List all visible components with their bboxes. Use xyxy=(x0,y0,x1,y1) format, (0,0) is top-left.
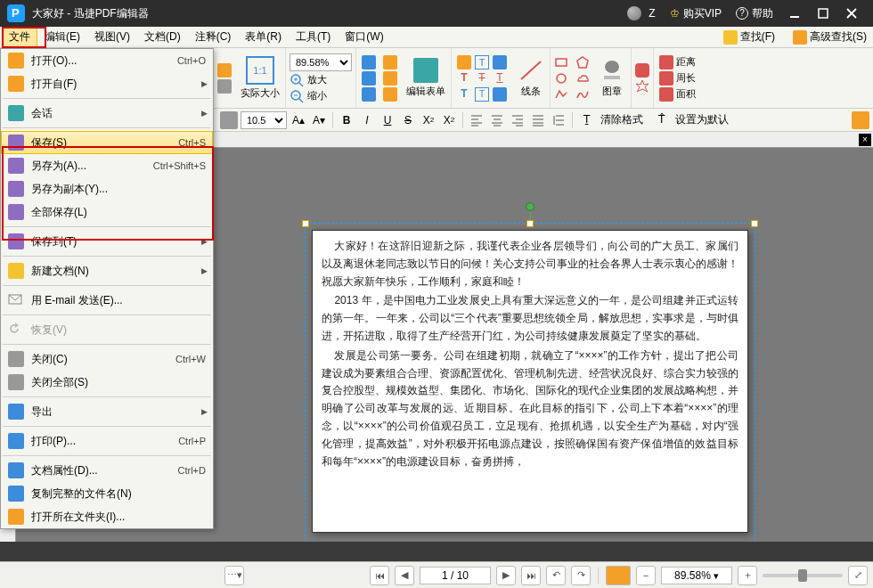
stamp-group[interactable]: 图章 xyxy=(593,48,632,108)
T-red-icon[interactable]: T xyxy=(457,71,471,86)
handle-ne[interactable] xyxy=(751,220,758,227)
zoom-slider[interactable] xyxy=(763,574,843,577)
menu-tools[interactable]: 工具(T) xyxy=(289,27,338,47)
minimize-button[interactable] xyxy=(780,4,809,23)
zoom-thumb[interactable] xyxy=(798,569,807,582)
font-inc-icon[interactable]: A▴ xyxy=(290,111,307,129)
underline-icon[interactable]: U xyxy=(379,111,396,129)
text-tool-icon[interactable] xyxy=(457,55,471,69)
page-icon-2[interactable] xyxy=(362,71,376,86)
first-page-button[interactable]: ⏮ xyxy=(370,566,389,585)
font-size-combo[interactable]: 10.5 xyxy=(241,111,287,129)
freehand-icon[interactable] xyxy=(575,87,590,102)
menu-close-all[interactable]: 关闭全部(S) xyxy=(1,371,213,394)
palette-icon[interactable] xyxy=(852,111,869,129)
menu-export[interactable]: 导出▶ xyxy=(1,400,213,423)
prev-page-button[interactable]: ◀ xyxy=(395,566,414,585)
burst-icon[interactable] xyxy=(635,79,649,94)
zoom-in-button[interactable]: ＋ xyxy=(738,566,757,585)
menu-copy-name[interactable]: 复制完整的文件名(N) xyxy=(1,482,213,505)
rect-icon[interactable] xyxy=(554,55,568,69)
layout-icon-1[interactable] xyxy=(383,55,397,69)
page-indicator[interactable]: 1 / 10 xyxy=(420,567,491,584)
zoom-in-icon[interactable] xyxy=(290,73,304,87)
menu-save-copy[interactable]: 另存为副本(Y)... xyxy=(1,177,213,200)
options-button[interactable]: ⋯▾ xyxy=(224,566,244,585)
bold-icon[interactable]: B xyxy=(338,111,355,129)
nav-fwd-button[interactable]: ↷ xyxy=(571,566,591,585)
help-button[interactable]: ? 帮助 xyxy=(736,6,773,21)
align-justify-icon[interactable] xyxy=(529,111,547,129)
zoom-value[interactable]: 89.58% ▾ xyxy=(661,567,732,584)
T-blue-icon[interactable]: T xyxy=(457,87,471,102)
layout-icon-3[interactable] xyxy=(383,87,397,102)
close-button[interactable] xyxy=(837,4,866,23)
last-page-button[interactable]: ⏭ xyxy=(521,566,541,585)
line-spacing-icon[interactable] xyxy=(550,111,567,129)
menu-props[interactable]: 文档属性(D)...Ctrl+D xyxy=(1,459,213,482)
menu-new-doc[interactable]: 新建文档(N)▶ xyxy=(1,259,213,282)
maximize-button[interactable] xyxy=(809,4,837,23)
zoom-out-icon[interactable] xyxy=(290,89,304,103)
menu-save-as[interactable]: 另存为(A)...Ctrl+Shift+S xyxy=(1,154,213,177)
menu-save-to[interactable]: 保存到(T)▶ xyxy=(1,230,213,253)
handle-nw[interactable] xyxy=(302,220,309,227)
italic-icon[interactable]: I xyxy=(358,111,376,129)
style-icon[interactable] xyxy=(220,111,238,129)
superscript-icon[interactable]: X2 xyxy=(440,111,458,129)
menu-close[interactable]: 关闭(C)Ctrl+W xyxy=(1,347,213,371)
polyline-icon[interactable] xyxy=(554,87,568,102)
clear-format-button[interactable]: Ṯ清除格式 xyxy=(577,110,649,129)
page-icon-1[interactable] xyxy=(362,55,376,69)
next-page-button[interactable]: ▶ xyxy=(496,566,516,585)
align-center-icon[interactable] xyxy=(488,111,506,129)
page[interactable]: 大家好！在这辞旧迎新之际，我谨代表企业各层领导们，向公司的广大员工、家属们以及离… xyxy=(312,230,748,533)
fit-button[interactable]: ⤢ xyxy=(848,566,868,585)
doc-close-button[interactable]: × xyxy=(859,134,871,146)
globe-icon[interactable] xyxy=(627,6,641,20)
menu-view[interactable]: 视图(V) xyxy=(87,27,137,47)
menu-document[interactable]: 文档(D) xyxy=(137,27,188,47)
layout-icon-2[interactable] xyxy=(383,71,397,86)
align-left-icon[interactable] xyxy=(468,111,485,129)
menu-open-from[interactable]: 打开自(F)▶ xyxy=(1,72,213,95)
menu-window[interactable]: 窗口(W) xyxy=(338,27,390,47)
tool-icon[interactable] xyxy=(217,79,232,94)
menu-save[interactable]: 保存(S)Ctrl+S xyxy=(1,131,213,154)
sel-tool-icon[interactable] xyxy=(493,55,507,69)
zoom-combo[interactable]: 89.58% xyxy=(290,53,352,71)
strike-icon[interactable]: S xyxy=(399,111,417,129)
eraser-icon[interactable] xyxy=(635,63,649,78)
menu-save-all[interactable]: 全部保存(L) xyxy=(1,200,213,224)
T-icon[interactable]: T xyxy=(475,55,489,69)
camera-icon[interactable] xyxy=(217,63,232,78)
subscript-icon[interactable]: X2 xyxy=(420,111,437,129)
user-label[interactable]: Z xyxy=(649,7,655,20)
menu-form[interactable]: 表单(R) xyxy=(238,27,289,47)
rotate-handle[interactable] xyxy=(526,202,534,211)
zoom-out-button[interactable]: − xyxy=(636,566,656,585)
polygon-icon[interactable] xyxy=(575,55,590,69)
circle-icon[interactable] xyxy=(554,71,568,86)
set-default-button[interactable]: T̂设置为默认 xyxy=(652,110,735,129)
page-icon-3[interactable] xyxy=(362,87,376,102)
speaker-icon[interactable] xyxy=(493,87,507,102)
lines-group[interactable]: 线条 xyxy=(512,48,551,108)
menu-edit[interactable]: 编辑(E) xyxy=(37,27,87,47)
menu-email[interactable]: 用 E-mail 发送(E)... xyxy=(1,289,213,312)
T-under-icon[interactable]: T xyxy=(493,71,507,86)
actual-size-group[interactable]: 1:1 实际大小 xyxy=(235,48,286,108)
cloud-icon[interactable] xyxy=(575,71,590,86)
view-mode-button[interactable] xyxy=(606,566,631,585)
menu-print[interactable]: 打印(P)...Ctrl+P xyxy=(1,429,213,453)
align-right-icon[interactable] xyxy=(509,111,526,129)
find-button[interactable]: 查找(F) xyxy=(717,28,781,46)
area-icon[interactable] xyxy=(659,87,673,102)
menu-file[interactable]: 文件 xyxy=(2,27,37,47)
menu-open[interactable]: 打开(O)...Ctrl+O xyxy=(1,49,213,72)
T-strike-icon[interactable]: T xyxy=(475,71,489,86)
advanced-find-button[interactable]: 高级查找(S) xyxy=(787,28,873,46)
handle-n[interactable] xyxy=(526,220,534,227)
menu-session[interactable]: 会话▶ xyxy=(1,102,213,125)
buy-vip-button[interactable]: ♔购买VIP xyxy=(670,6,722,21)
